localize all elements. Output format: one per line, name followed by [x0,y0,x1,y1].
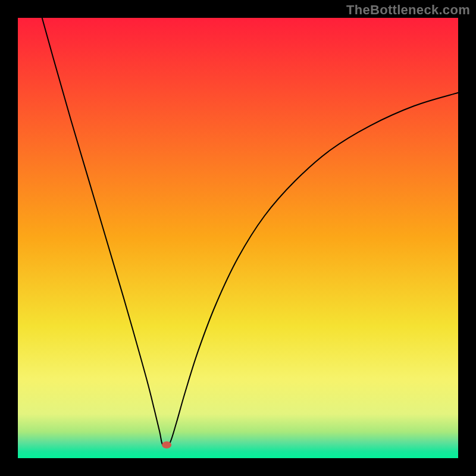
plot-background [18,18,458,458]
minimum-marker [162,441,171,449]
bottleneck-chart [0,0,476,476]
watermark-label: TheBottleneck.com [346,2,470,18]
chart-frame: TheBottleneck.com [0,0,476,476]
